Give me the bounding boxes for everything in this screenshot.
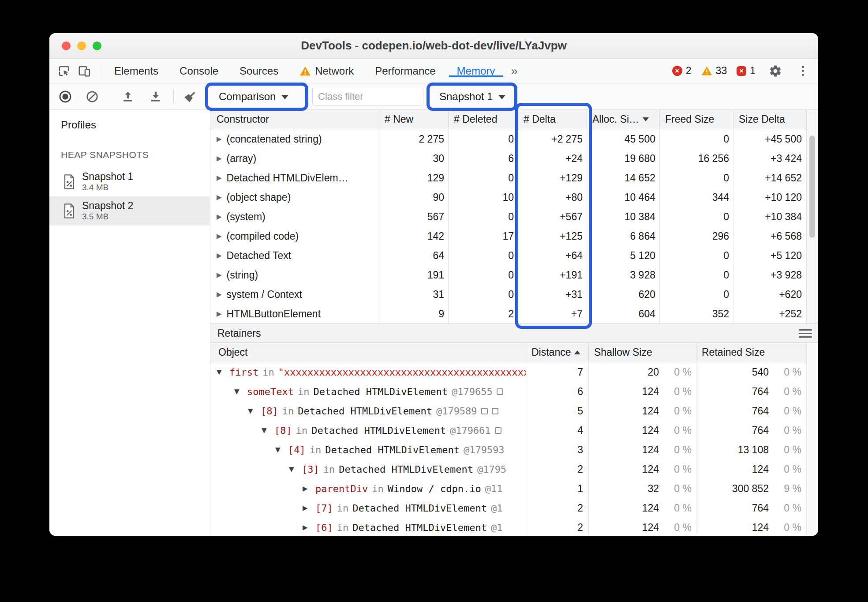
issues-count-badge[interactable]: × 1 [737,65,756,77]
baseline-snapshot-dropdown[interactable]: Snapshot 1 [439,90,505,103]
heap-table-row[interactable]: HTMLButtonElement 9 2 +7 604 352 +252 [210,304,818,324]
snapshot-size: 3.4 MB [82,183,133,192]
constructor-name: HTMLButtonElement [227,308,321,320]
tree-arrow-icon[interactable]: ▶ [303,504,311,512]
retainer-row[interactable]: ▼ [3] in Detached HTMLDivElement @1795 2 [210,459,818,479]
tab-elements[interactable]: Elements [104,65,169,77]
heap-table-row[interactable]: (object shape) 90 10 +80 10 464 344 +10 … [210,188,818,207]
error-count-badge[interactable]: × 2 [672,65,692,77]
device-toolbar-button[interactable] [74,61,94,81]
alloc-size-cell: 19 680 [587,149,660,168]
scrollbar-thumb[interactable] [809,135,815,238]
save-profile-button[interactable] [149,90,163,104]
warning-count: 33 [716,65,727,77]
inspect-element-button[interactable] [54,61,74,81]
snapshot-name: Snapshot 2 [82,200,133,212]
disclosure-triangle-icon[interactable] [217,310,222,318]
warning-count-badge[interactable]: 33 [701,65,727,77]
shallow-size-value: 124 [642,444,659,456]
delta-count-cell: +24 [518,149,587,168]
disclosure-triangle-icon[interactable] [217,193,222,201]
main-menu-button[interactable] [795,62,810,80]
retainer-object-name: Detached HTMLDivElement [298,406,432,417]
column-header-distance[interactable]: Distance [526,343,589,362]
disclosure-triangle-icon[interactable] [217,213,222,221]
heap-table-row[interactable]: (system) 567 0 +567 10 384 0 +10 384 [210,207,818,226]
clear-all-button[interactable] [183,90,197,104]
retainer-row[interactable]: ▼ [4] in Detached HTMLDivElement @179593… [210,440,818,459]
retainer-row[interactable]: ▼ [8] in Detached HTMLDivElement @179589… [210,401,818,421]
retainers-scrollbar-gutter[interactable] [806,343,818,536]
retainer-row[interactable]: ▼ someText in Detached HTMLDivElement @1… [210,382,818,401]
snapshot-item[interactable]: Snapshot 2 3.5 MB [49,196,210,226]
retainer-row[interactable]: ▶ parentDiv in Window / cdpn.io @11 1 [210,479,818,498]
tree-arrow-icon[interactable]: ▼ [262,426,270,434]
column-header-shallow-size[interactable]: Shallow Size [589,343,696,362]
column-header-alloc-size[interactable]: Alloc. Si… [587,110,660,129]
column-header-size-delta[interactable]: Size Delta [733,110,806,129]
disclosure-triangle-icon[interactable] [217,271,222,279]
tree-arrow-icon[interactable]: ▼ [289,465,298,473]
disclosure-triangle-icon[interactable] [217,232,222,240]
column-label: Object [218,346,247,358]
deleted-count-cell: 0 [449,246,518,265]
heap-table-row[interactable]: (compiled code) 142 17 +125 6 864 296 +6… [210,226,818,246]
zoom-window-button[interactable] [93,41,101,50]
heap-table-row[interactable]: system / Context 31 0 +31 620 0 +620 [210,285,818,304]
tab-performance[interactable]: Performance [364,65,446,77]
more-tabs-button[interactable]: » [505,64,523,78]
column-header-new[interactable]: # New [379,110,449,129]
tree-arrow-icon[interactable]: ▼ [234,388,243,395]
constructor-name: Detached HTMLDivElem… [227,172,348,184]
disclosure-triangle-icon[interactable] [217,252,222,260]
minimize-window-button[interactable] [77,41,86,50]
heap-table-row[interactable]: (string) 191 0 +191 3 928 0 +3 928 [210,265,818,285]
tree-arrow-icon[interactable]: ▼ [217,368,225,376]
snapshot-item[interactable]: Snapshot 1 3.4 MB [49,167,210,196]
heap-table-row[interactable]: (concatenated string) 2 275 0 +2 275 45 … [210,129,818,149]
close-window-button[interactable] [62,41,71,50]
tab-network[interactable]: Network [289,65,364,77]
distance-cell: 4 [526,421,589,440]
heap-table-row[interactable]: Detached HTMLDivElem… 129 0 +129 14 652 … [210,168,818,188]
vertical-scrollbar[interactable] [806,110,818,324]
column-header-deleted[interactable]: # Deleted [449,110,518,129]
tree-arrow-icon[interactable]: ▶ [303,523,311,531]
retainer-row[interactable]: ▼ [8] in Detached HTMLDivElement @179661… [210,421,818,440]
retainer-object-name: Detached HTMLDivElement [311,425,446,436]
heap-table-row[interactable]: (array) 30 6 +24 19 680 16 256 +3 424 [210,149,818,168]
record-heap-snapshot-button[interactable] [58,90,72,104]
retainer-row[interactable]: ▶ [7] in Detached HTMLDivElement @1 2 [210,498,818,518]
retainer-row[interactable]: ▼ first in "xxxxxxxxxxxxxxxxxxxxxxxxxxxx… [210,362,818,382]
tab-memory[interactable]: Memory [446,65,506,77]
disclosure-triangle-icon[interactable] [217,135,222,143]
tab-sources[interactable]: Sources [229,65,289,77]
shallow-size-value: 124 [642,522,659,534]
tree-arrow-icon[interactable]: ▶ [303,485,311,493]
column-header-freed-size[interactable]: Freed Size [660,110,733,129]
retainer-property: [6] [315,522,333,533]
clear-profiles-button[interactable] [86,90,99,103]
retained-size-value: 764 [752,425,769,436]
tree-arrow-icon[interactable]: ▼ [248,407,257,415]
column-header-constructor[interactable]: Constructor [210,110,379,129]
tab-label: Network [315,65,354,77]
retained-size-percent: 0 % [769,425,806,436]
disclosure-triangle-icon[interactable] [217,174,222,182]
load-profile-button[interactable] [121,90,135,104]
class-filter-input[interactable] [312,88,423,105]
retainers-menu-button[interactable] [799,329,812,338]
settings-button[interactable] [765,61,786,81]
disclosure-triangle-icon[interactable] [217,154,222,162]
comparison-dropdown[interactable]: Comparison [219,90,288,103]
column-header-retained-size[interactable]: Retained Size [696,343,806,362]
freed-size-cell: 344 [660,188,733,207]
column-header-delta[interactable]: # Delta [518,110,587,129]
heap-snapshot-file-icon [63,174,76,190]
heap-table-row[interactable]: Detached Text 64 0 +64 5 120 0 +5 120 [210,246,818,265]
disclosure-triangle-icon[interactable] [217,290,222,298]
tab-console[interactable]: Console [169,65,229,77]
tree-arrow-icon[interactable]: ▼ [275,446,284,454]
column-header-object[interactable]: Object [210,343,526,362]
retainer-row[interactable]: ▶ [6] in Detached HTMLDivElement @1 2 [210,518,818,536]
